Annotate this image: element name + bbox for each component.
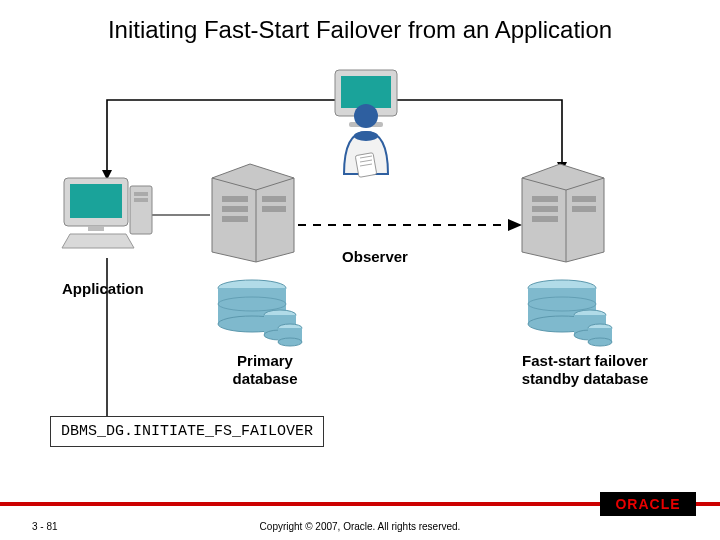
observer-label: Observer [335, 248, 415, 266]
svg-rect-18 [262, 196, 286, 202]
svg-point-28 [218, 297, 286, 311]
standby-label: Fast-start failover standby database [495, 352, 675, 388]
svg-line-6 [360, 156, 372, 158]
svg-point-31 [264, 330, 296, 340]
svg-rect-2 [357, 116, 375, 122]
standby-database-icon [528, 280, 612, 346]
svg-rect-20 [532, 196, 558, 202]
arrowhead-icon [557, 162, 567, 172]
svg-line-8 [360, 164, 372, 166]
svg-rect-13 [134, 192, 148, 196]
svg-rect-16 [222, 206, 248, 212]
svg-rect-19 [262, 206, 286, 212]
svg-rect-14 [134, 198, 148, 202]
svg-point-35 [528, 280, 596, 296]
svg-point-34 [278, 338, 302, 346]
svg-point-42 [588, 324, 612, 332]
svg-rect-30 [264, 315, 296, 335]
svg-point-38 [528, 297, 596, 311]
connector-observer-to-application [107, 100, 355, 180]
svg-point-4 [354, 104, 378, 128]
standby-server-icon [522, 164, 604, 262]
application-pc-icon [62, 178, 152, 248]
svg-rect-10 [70, 184, 122, 218]
svg-rect-11 [88, 226, 104, 231]
clipboard-icon [355, 153, 377, 178]
observer-person-icon [344, 104, 388, 177]
svg-rect-0 [335, 70, 397, 116]
svg-rect-21 [532, 206, 558, 212]
arrowhead-icon [102, 170, 112, 180]
primary-server-icon [212, 164, 294, 262]
svg-rect-15 [222, 196, 248, 202]
svg-rect-40 [574, 315, 606, 335]
svg-point-27 [218, 316, 286, 332]
svg-rect-22 [532, 216, 558, 222]
svg-rect-43 [588, 328, 612, 342]
svg-rect-36 [528, 288, 596, 324]
page-number: 3 - 81 [32, 521, 58, 532]
slide-title: Initiating Fast-Start Failover from an A… [0, 0, 720, 44]
observer-monitor-icon [335, 70, 397, 127]
svg-point-41 [574, 330, 606, 340]
svg-point-29 [264, 310, 296, 320]
svg-line-7 [360, 160, 372, 162]
primary-database-icon [218, 280, 302, 346]
arrowhead-icon [508, 219, 522, 231]
svg-point-44 [588, 338, 612, 346]
svg-point-32 [278, 324, 302, 332]
copyright-text: Copyright © 2007, Oracle. All rights res… [260, 521, 461, 532]
diagram-canvas [0, 0, 720, 540]
svg-point-37 [528, 316, 596, 332]
svg-rect-26 [218, 288, 286, 324]
primary-label: Primary database [210, 352, 320, 388]
svg-rect-17 [222, 216, 248, 222]
svg-rect-9 [64, 178, 128, 226]
application-label: Application [62, 280, 162, 298]
connector-observer-to-standby [375, 100, 562, 172]
svg-rect-3 [349, 122, 383, 127]
code-box: DBMS_DG.INITIATE_FS_FAILOVER [50, 416, 324, 447]
svg-point-5 [354, 131, 378, 141]
svg-rect-24 [572, 206, 596, 212]
svg-rect-33 [278, 328, 302, 342]
svg-rect-12 [130, 186, 152, 234]
svg-point-39 [574, 310, 606, 320]
oracle-logo: ORACLE [600, 492, 696, 516]
svg-point-25 [218, 280, 286, 296]
svg-rect-23 [572, 196, 596, 202]
svg-rect-1 [341, 76, 391, 108]
